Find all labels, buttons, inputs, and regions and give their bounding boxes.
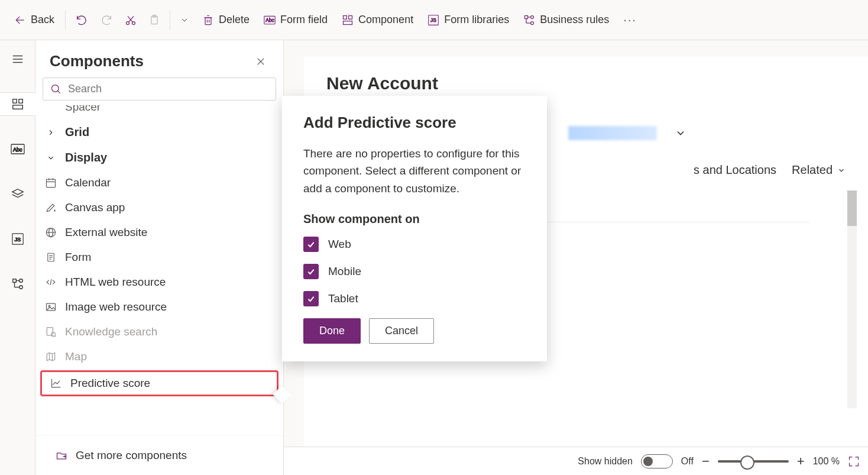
image-icon [44, 301, 58, 313]
rail-components-button[interactable] [0, 92, 35, 116]
form-libraries-label: Form libraries [444, 14, 509, 26]
form-title: New Account [326, 73, 846, 93]
svg-point-37 [19, 279, 22, 283]
grid-group[interactable]: Grid [35, 119, 283, 145]
svg-rect-15 [349, 15, 352, 19]
delete-icon [202, 14, 214, 26]
code-icon [44, 276, 58, 288]
chevron-right-icon [44, 128, 58, 137]
checkbox-web[interactable]: Web [303, 237, 526, 252]
more-button[interactable]: ··· [617, 13, 643, 27]
paste-button[interactable] [144, 9, 165, 31]
delete-button[interactable]: Delete [196, 9, 255, 31]
list-item-image[interactable]: Image web resource [35, 295, 283, 319]
list-item-external-website[interactable]: External website [35, 220, 283, 245]
list-item-html[interactable]: HTML web resource [35, 270, 283, 295]
panel-title: Components [50, 52, 144, 70]
zoom-value: 100 % [813, 456, 840, 467]
svg-marker-33 [12, 189, 22, 195]
tab-locations[interactable]: s and Locations [694, 163, 776, 177]
done-button[interactable]: Done [303, 318, 361, 344]
list-item-form[interactable]: Form [35, 245, 283, 270]
zoom-footer: Show hidden Off − + 100 % [284, 447, 868, 475]
svg-line-45 [58, 91, 60, 93]
back-button[interactable]: Back [8, 9, 60, 31]
checkbox-tablet[interactable]: Tablet [303, 291, 526, 306]
show-hidden-toggle[interactable] [641, 454, 673, 468]
svg-line-3 [129, 16, 134, 22]
rail-tree-button[interactable] [6, 272, 30, 296]
svg-rect-46 [47, 179, 56, 187]
svg-line-67 [55, 336, 56, 337]
rail-layers-button[interactable] [6, 182, 30, 206]
business-rules-label: Business rules [540, 14, 609, 26]
undo-button[interactable] [70, 9, 93, 31]
hamburger-button[interactable] [6, 47, 30, 71]
globe-icon [44, 227, 58, 238]
svg-point-21 [531, 21, 534, 24]
chevron-down-button[interactable] [175, 11, 194, 30]
svg-text:JS: JS [430, 17, 436, 23]
component-label: Component [358, 14, 413, 26]
fit-screen-button[interactable] [848, 455, 860, 467]
svg-rect-7 [205, 17, 211, 24]
svg-text:JS: JS [14, 237, 21, 243]
list-item-map: Map [35, 344, 283, 369]
form-field-icon: Abc [264, 14, 276, 26]
svg-rect-30 [12, 105, 22, 109]
svg-rect-29 [18, 99, 22, 103]
search-box[interactable] [43, 77, 276, 101]
svg-rect-14 [344, 15, 347, 19]
svg-point-66 [51, 332, 56, 337]
display-group[interactable]: Display [35, 145, 283, 170]
vertical-scrollbar[interactable] [847, 190, 857, 408]
svg-line-62 [50, 279, 51, 285]
redo-button[interactable] [95, 9, 118, 31]
map-icon [44, 351, 58, 363]
cancel-button[interactable]: Cancel [369, 318, 434, 344]
component-icon [342, 14, 354, 26]
search-icon [50, 83, 62, 95]
field-blurred [568, 126, 657, 140]
divider [65, 11, 66, 30]
toggle-state: Off [681, 456, 694, 467]
divider [170, 11, 170, 30]
show-hidden-label: Show hidden [578, 456, 633, 467]
panel-close-button[interactable] [252, 53, 269, 70]
js-icon: JS [427, 14, 439, 26]
checkbox-mobile[interactable]: Mobile [303, 264, 526, 279]
knowledge-icon [44, 326, 58, 338]
list-item[interactable]: · Spacer [35, 105, 283, 119]
list-item-calendar[interactable]: Calendar [35, 170, 283, 195]
form-field-button[interactable]: Abc Form field [258, 9, 333, 31]
zoom-slider[interactable] [718, 460, 789, 463]
list-item-canvas-app[interactable]: Canvas app [35, 195, 283, 220]
svg-point-44 [52, 85, 59, 92]
add-predictive-score-popup: Add Predictive score There are no proper… [282, 96, 547, 361]
chevron-down-icon[interactable] [675, 127, 686, 139]
business-rules-icon [523, 14, 535, 26]
top-toolbar: Back Delete Abc Form field Component JS [0, 0, 868, 40]
search-input[interactable] [68, 83, 268, 95]
tab-related[interactable]: Related [792, 163, 846, 177]
business-rules-button[interactable]: Business rules [517, 9, 615, 31]
folder-arrow-icon [54, 450, 69, 461]
cut-button[interactable] [120, 9, 141, 31]
zoom-out-button[interactable]: − [702, 454, 710, 469]
form-libraries-button[interactable]: JS Form libraries [422, 9, 515, 31]
rail-abc-button[interactable]: Abc [6, 137, 30, 161]
pencil-icon [44, 202, 58, 214]
svg-rect-19 [525, 15, 528, 18]
list-item-predictive-score[interactable]: Predictive score [40, 370, 278, 396]
component-button[interactable]: Component [336, 9, 419, 31]
svg-rect-36 [12, 279, 16, 283]
popup-description: There are no properties to configure for… [303, 145, 526, 197]
svg-marker-68 [47, 353, 54, 360]
checkbox-icon [303, 291, 319, 306]
zoom-in-button[interactable]: + [797, 454, 805, 469]
components-list[interactable]: · Spacer Grid Display Calendar [35, 105, 283, 435]
list-item-knowledge: Knowledge search [35, 319, 283, 344]
form-icon [44, 251, 58, 263]
rail-js-button[interactable]: JS [6, 227, 30, 251]
get-more-components-button[interactable]: Get more components [47, 443, 271, 468]
